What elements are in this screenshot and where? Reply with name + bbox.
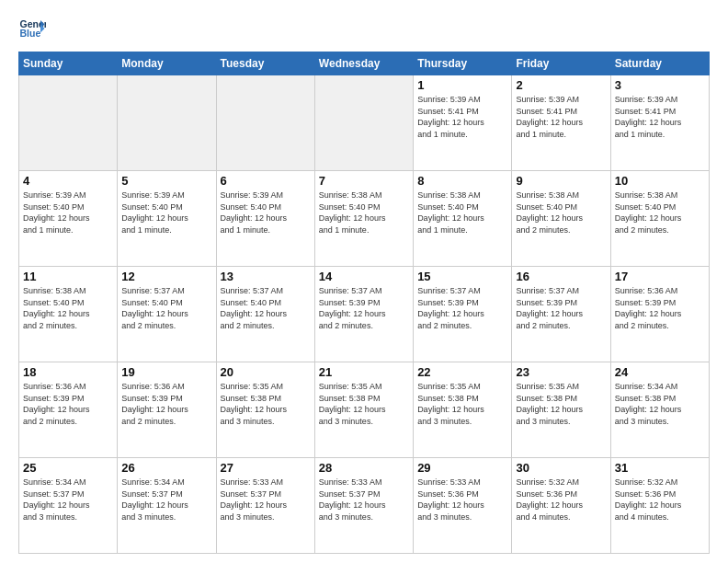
day-info: Sunrise: 5:36 AM Sunset: 5:39 PM Dayligh… xyxy=(615,285,705,331)
weekday-header-wednesday: Wednesday xyxy=(314,52,413,75)
page: General Blue SundayMondayTuesdayWednesda… xyxy=(0,0,728,563)
weekday-header-monday: Monday xyxy=(118,52,216,75)
day-number: 21 xyxy=(319,365,409,379)
logo-icon: General Blue xyxy=(18,15,46,42)
calendar-cell: 8Sunrise: 5:38 AM Sunset: 5:40 PM Daylig… xyxy=(414,171,512,267)
day-number: 28 xyxy=(319,461,409,475)
calendar-cell: 9Sunrise: 5:38 AM Sunset: 5:40 PM Daylig… xyxy=(512,171,610,267)
day-info: Sunrise: 5:34 AM Sunset: 5:37 PM Dayligh… xyxy=(23,477,113,523)
calendar-cell: 18Sunrise: 5:36 AM Sunset: 5:39 PM Dayli… xyxy=(19,362,118,458)
calendar-cell: 31Sunrise: 5:32 AM Sunset: 5:36 PM Dayli… xyxy=(610,458,709,554)
day-number: 29 xyxy=(417,461,507,475)
day-info: Sunrise: 5:39 AM Sunset: 5:41 PM Dayligh… xyxy=(417,94,507,140)
day-number: 24 xyxy=(615,365,705,379)
day-number: 20 xyxy=(221,365,311,379)
day-number: 19 xyxy=(121,365,211,379)
day-number: 16 xyxy=(516,270,606,283)
calendar-cell: 16Sunrise: 5:37 AM Sunset: 5:39 PM Dayli… xyxy=(512,267,610,362)
calendar-cell: 13Sunrise: 5:37 AM Sunset: 5:40 PM Dayli… xyxy=(216,267,314,362)
calendar-cell: 2Sunrise: 5:39 AM Sunset: 5:41 PM Daylig… xyxy=(512,75,610,171)
day-info: Sunrise: 5:34 AM Sunset: 5:37 PM Dayligh… xyxy=(121,477,211,523)
weekday-header-saturday: Saturday xyxy=(610,52,709,75)
day-info: Sunrise: 5:38 AM Sunset: 5:40 PM Dayligh… xyxy=(23,285,113,331)
day-info: Sunrise: 5:37 AM Sunset: 5:40 PM Dayligh… xyxy=(121,285,211,331)
day-number: 4 xyxy=(23,174,113,188)
day-info: Sunrise: 5:36 AM Sunset: 5:39 PM Dayligh… xyxy=(121,381,211,427)
calendar-cell: 29Sunrise: 5:33 AM Sunset: 5:36 PM Dayli… xyxy=(414,458,512,554)
day-info: Sunrise: 5:33 AM Sunset: 5:36 PM Dayligh… xyxy=(417,477,507,523)
day-info: Sunrise: 5:35 AM Sunset: 5:38 PM Dayligh… xyxy=(417,381,507,427)
calendar-week-5: 25Sunrise: 5:34 AM Sunset: 5:37 PM Dayli… xyxy=(19,458,710,554)
calendar-cell: 4Sunrise: 5:39 AM Sunset: 5:40 PM Daylig… xyxy=(19,171,118,267)
calendar-cell: 26Sunrise: 5:34 AM Sunset: 5:37 PM Dayli… xyxy=(118,458,216,554)
calendar-cell: 14Sunrise: 5:37 AM Sunset: 5:39 PM Dayli… xyxy=(314,267,413,362)
weekday-header-thursday: Thursday xyxy=(414,52,512,75)
day-info: Sunrise: 5:35 AM Sunset: 5:38 PM Dayligh… xyxy=(516,381,606,427)
weekday-header-sunday: Sunday xyxy=(19,52,118,75)
calendar-cell: 7Sunrise: 5:38 AM Sunset: 5:40 PM Daylig… xyxy=(314,171,413,267)
day-info: Sunrise: 5:32 AM Sunset: 5:36 PM Dayligh… xyxy=(615,477,705,523)
calendar-cell: 15Sunrise: 5:37 AM Sunset: 5:39 PM Dayli… xyxy=(414,267,512,362)
day-number: 27 xyxy=(221,461,311,475)
day-info: Sunrise: 5:39 AM Sunset: 5:40 PM Dayligh… xyxy=(121,190,211,236)
day-info: Sunrise: 5:32 AM Sunset: 5:36 PM Dayligh… xyxy=(516,477,606,523)
day-number: 25 xyxy=(23,461,113,475)
calendar-cell: 3Sunrise: 5:39 AM Sunset: 5:41 PM Daylig… xyxy=(610,75,709,171)
day-number: 6 xyxy=(221,174,311,188)
day-number: 23 xyxy=(516,365,606,379)
calendar-week-2: 4Sunrise: 5:39 AM Sunset: 5:40 PM Daylig… xyxy=(19,171,710,267)
calendar-cell: 30Sunrise: 5:32 AM Sunset: 5:36 PM Dayli… xyxy=(512,458,610,554)
calendar-cell xyxy=(216,75,314,171)
day-info: Sunrise: 5:33 AM Sunset: 5:37 PM Dayligh… xyxy=(319,477,409,523)
day-info: Sunrise: 5:39 AM Sunset: 5:40 PM Dayligh… xyxy=(23,190,113,236)
calendar-cell: 20Sunrise: 5:35 AM Sunset: 5:38 PM Dayli… xyxy=(216,362,314,458)
weekday-header-friday: Friday xyxy=(512,52,610,75)
logo: General Blue xyxy=(18,15,50,42)
day-number: 14 xyxy=(319,270,409,283)
calendar-week-1: 1Sunrise: 5:39 AM Sunset: 5:41 PM Daylig… xyxy=(19,75,710,171)
day-number: 5 xyxy=(121,174,211,188)
calendar-cell: 17Sunrise: 5:36 AM Sunset: 5:39 PM Dayli… xyxy=(610,267,709,362)
day-number: 13 xyxy=(221,270,311,283)
calendar-cell: 23Sunrise: 5:35 AM Sunset: 5:38 PM Dayli… xyxy=(512,362,610,458)
day-info: Sunrise: 5:39 AM Sunset: 5:41 PM Dayligh… xyxy=(615,94,705,140)
calendar-cell: 6Sunrise: 5:39 AM Sunset: 5:40 PM Daylig… xyxy=(216,171,314,267)
day-info: Sunrise: 5:37 AM Sunset: 5:39 PM Dayligh… xyxy=(319,285,409,331)
calendar-cell: 21Sunrise: 5:35 AM Sunset: 5:38 PM Dayli… xyxy=(314,362,413,458)
day-number: 18 xyxy=(23,365,113,379)
day-info: Sunrise: 5:36 AM Sunset: 5:39 PM Dayligh… xyxy=(23,381,113,427)
header: General Blue xyxy=(18,15,710,42)
calendar-cell: 24Sunrise: 5:34 AM Sunset: 5:38 PM Dayli… xyxy=(610,362,709,458)
day-number: 12 xyxy=(121,270,211,283)
day-info: Sunrise: 5:34 AM Sunset: 5:38 PM Dayligh… xyxy=(615,381,705,427)
day-number: 26 xyxy=(121,461,211,475)
calendar-cell: 25Sunrise: 5:34 AM Sunset: 5:37 PM Dayli… xyxy=(19,458,118,554)
weekday-header-tuesday: Tuesday xyxy=(216,52,314,75)
calendar-cell: 5Sunrise: 5:39 AM Sunset: 5:40 PM Daylig… xyxy=(118,171,216,267)
day-number: 22 xyxy=(417,365,507,379)
day-number: 17 xyxy=(615,270,705,283)
day-info: Sunrise: 5:37 AM Sunset: 5:39 PM Dayligh… xyxy=(417,285,507,331)
calendar-cell: 12Sunrise: 5:37 AM Sunset: 5:40 PM Dayli… xyxy=(118,267,216,362)
day-number: 11 xyxy=(23,270,113,283)
day-number: 1 xyxy=(417,78,507,92)
calendar-cell: 1Sunrise: 5:39 AM Sunset: 5:41 PM Daylig… xyxy=(414,75,512,171)
day-number: 30 xyxy=(516,461,606,475)
calendar-cell: 22Sunrise: 5:35 AM Sunset: 5:38 PM Dayli… xyxy=(414,362,512,458)
calendar-table: SundayMondayTuesdayWednesdayThursdayFrid… xyxy=(18,52,710,554)
calendar-cell xyxy=(314,75,413,171)
day-info: Sunrise: 5:39 AM Sunset: 5:40 PM Dayligh… xyxy=(221,190,311,236)
calendar-cell: 27Sunrise: 5:33 AM Sunset: 5:37 PM Dayli… xyxy=(216,458,314,554)
day-info: Sunrise: 5:38 AM Sunset: 5:40 PM Dayligh… xyxy=(516,190,606,236)
day-number: 2 xyxy=(516,78,606,92)
day-info: Sunrise: 5:38 AM Sunset: 5:40 PM Dayligh… xyxy=(417,190,507,236)
calendar-cell: 19Sunrise: 5:36 AM Sunset: 5:39 PM Dayli… xyxy=(118,362,216,458)
day-number: 3 xyxy=(615,78,705,92)
calendar-cell: 10Sunrise: 5:38 AM Sunset: 5:40 PM Dayli… xyxy=(610,171,709,267)
day-number: 15 xyxy=(417,270,507,283)
day-number: 8 xyxy=(417,174,507,188)
day-info: Sunrise: 5:38 AM Sunset: 5:40 PM Dayligh… xyxy=(615,190,705,236)
day-info: Sunrise: 5:37 AM Sunset: 5:40 PM Dayligh… xyxy=(221,285,311,331)
day-info: Sunrise: 5:33 AM Sunset: 5:37 PM Dayligh… xyxy=(221,477,311,523)
day-info: Sunrise: 5:35 AM Sunset: 5:38 PM Dayligh… xyxy=(221,381,311,427)
